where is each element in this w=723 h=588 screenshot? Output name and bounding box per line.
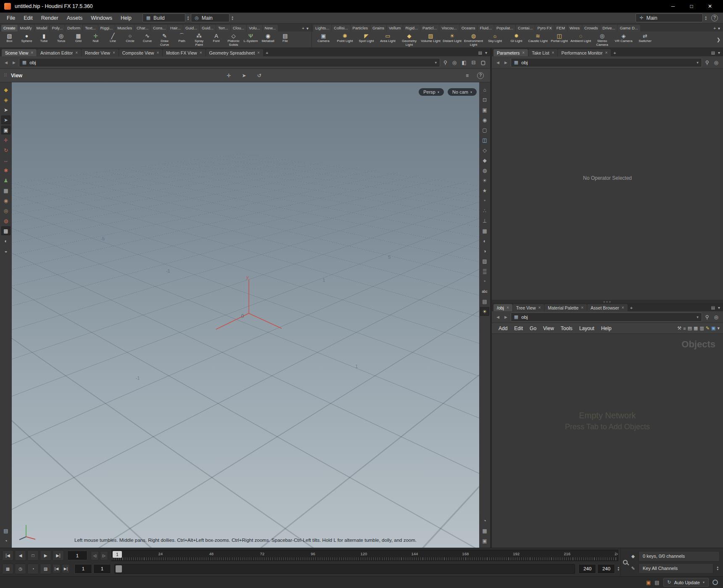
- shelf-tab[interactable]: Vellum: [387, 25, 403, 32]
- shelf-tab[interactable]: Hair...: [168, 25, 183, 32]
- pane-split-icon[interactable]: ▤: [711, 305, 715, 310]
- shelf-tool[interactable]: ╱ Line: [104, 32, 121, 47]
- close-tab-icon[interactable]: ×: [257, 50, 260, 55]
- select-arrow-icon[interactable]: ➤: [1, 105, 11, 114]
- net-grid-icon[interactable]: ▦: [694, 326, 698, 331]
- close-button[interactable]: ✕: [701, 1, 719, 12]
- shelf-tool[interactable]: ▧ Box: [1, 32, 18, 47]
- view-pivot-icon[interactable]: ◉: [480, 116, 489, 124]
- shelf-tool[interactable]: ◫ Portal Light: [549, 32, 570, 47]
- rotate-tool-icon[interactable]: ↻: [1, 146, 11, 155]
- viewport-camera-icon[interactable]: ▣: [480, 536, 489, 545]
- shelf-tab[interactable]: Particles: [351, 25, 370, 32]
- start-frame-field[interactable]: 1: [74, 564, 92, 574]
- shelf-tab[interactable]: Guid...: [200, 25, 216, 32]
- network-path-select[interactable]: ▦ obj ▾: [511, 312, 702, 322]
- viewport-message-icon[interactable]: ◔: [480, 516, 489, 525]
- forward-icon[interactable]: ▶: [503, 314, 509, 320]
- camera-list-icon[interactable]: ▢: [480, 126, 489, 134]
- shelf-tab[interactable]: Deform: [65, 25, 82, 32]
- close-tab-icon[interactable]: ×: [538, 305, 541, 310]
- close-tab-icon[interactable]: ×: [581, 305, 583, 310]
- desktop-spinner[interactable]: ▴▾: [186, 16, 190, 21]
- pane-tab[interactable]: Render View ×: [82, 49, 119, 56]
- pin-icon[interactable]: ⚲: [704, 60, 711, 66]
- play-reverse-button[interactable]: ◀: [15, 550, 26, 561]
- drag-grip-icon[interactable]: ⠿: [4, 73, 7, 78]
- pane-split-icon[interactable]: ▤: [478, 50, 482, 55]
- prev-key-button[interactable]: |◀: [53, 564, 61, 573]
- close-tab-icon[interactable]: ×: [75, 50, 78, 55]
- shelf-tab-menu-icon[interactable]: ▾: [718, 26, 720, 31]
- shelf-tab[interactable]: Contai...: [516, 25, 535, 32]
- pane-tab[interactable]: Performance Monitor ×: [558, 49, 611, 56]
- shelf-tab[interactable]: Guid...: [183, 25, 199, 32]
- close-tab-icon[interactable]: ×: [31, 50, 33, 55]
- pane-tab[interactable]: Motion FX View ×: [163, 49, 205, 56]
- background-image-icon[interactable]: ▒: [480, 267, 489, 276]
- frame-view-icon[interactable]: ⊡: [480, 95, 489, 104]
- character-tool-icon[interactable]: ♟: [1, 176, 11, 185]
- object-names-icon[interactable]: abc: [480, 287, 489, 296]
- playhead-marker[interactable]: 1: [113, 551, 122, 558]
- current-frame-field[interactable]: 1: [67, 551, 87, 560]
- menu-item[interactable]: Render: [37, 14, 63, 22]
- radial-menu-select[interactable]: ◎ Main: [191, 13, 230, 22]
- shelf-tab[interactable]: Riggi...: [98, 25, 115, 32]
- shelf-tab[interactable]: Terr...: [216, 25, 230, 32]
- back-icon[interactable]: ◀: [495, 314, 501, 320]
- shelf-tool[interactable]: ✛ Null: [87, 32, 104, 47]
- pane-split-icon[interactable]: ▤: [711, 50, 715, 55]
- shelf-tab[interactable]: Populat...: [494, 25, 515, 32]
- forward-icon[interactable]: ▶: [11, 60, 17, 66]
- shelf-tab[interactable]: Volu...: [247, 25, 262, 32]
- shelf-tab[interactable]: Muscles: [115, 25, 134, 32]
- menu-item[interactable]: Help: [116, 14, 136, 22]
- view-tool-icon[interactable]: ◆: [1, 85, 11, 94]
- viewport-help-icon[interactable]: ?: [477, 72, 484, 79]
- wireframe-mode-icon[interactable]: ◇: [480, 146, 489, 155]
- timeline-ruler[interactable]: 1 24487296120144168192216240: [111, 550, 618, 561]
- shelf-tool[interactable]: ✎ Draw Curve: [156, 32, 173, 47]
- close-tab-icon[interactable]: ×: [113, 50, 115, 55]
- hq-lighting-icon[interactable]: ★: [480, 186, 489, 195]
- play-button[interactable]: ▶: [40, 550, 51, 561]
- pane-menu-icon[interactable]: ▾: [718, 305, 720, 310]
- audio-panel-icon[interactable]: ◷: [15, 564, 26, 574]
- shelf-add-tab-icon[interactable]: +: [302, 26, 304, 31]
- network-menu-item[interactable]: Add: [495, 325, 511, 332]
- divider-dot-icon[interactable]: •: [480, 277, 489, 286]
- shelf-tab[interactable]: Poly...: [50, 25, 65, 32]
- shelf-tool[interactable]: ✺ Point Light: [334, 32, 356, 47]
- pane-tab[interactable]: Scene View ×: [2, 49, 37, 56]
- shelf-tab[interactable]: Clou...: [231, 25, 246, 32]
- pane-tab[interactable]: /obj ×: [493, 304, 512, 311]
- shelf-tool[interactable]: ⇄ Switcher: [634, 32, 656, 47]
- help-icon[interactable]: ?: [711, 15, 718, 21]
- camera-select[interactable]: No cam ▾: [448, 88, 477, 96]
- volume-display-icon[interactable]: ▨: [480, 257, 489, 265]
- shelf-tab[interactable]: Text...: [83, 25, 98, 32]
- translate-handle-icon[interactable]: ✛: [227, 73, 231, 79]
- menu-item[interactable]: Assets: [63, 14, 87, 22]
- headlight-icon[interactable]: ☀: [480, 307, 489, 316]
- shelf-tool[interactable]: ◇ Platonic Solids: [225, 32, 242, 47]
- handles-tool-icon[interactable]: ◈: [1, 95, 11, 104]
- export-view-icon[interactable]: ◫: [480, 136, 489, 144]
- material-mode-icon[interactable]: ◍: [480, 166, 489, 175]
- select-objects-icon[interactable]: ➤: [1, 116, 11, 124]
- shelf-tool[interactable]: ◌ Ambient Light: [570, 32, 591, 47]
- multi-snap-icon[interactable]: ◐: [1, 236, 11, 245]
- shelf-tab[interactable]: Create: [1, 25, 18, 32]
- menu-item[interactable]: Windows: [87, 14, 116, 22]
- radial-menu-icon[interactable]: ◎: [712, 60, 720, 66]
- move-tool-icon[interactable]: ✛: [1, 136, 11, 144]
- pane-tab[interactable]: Composite View ×: [119, 49, 163, 56]
- shelf-tab[interactable]: Drive...: [600, 25, 617, 32]
- shelf-tool[interactable]: ⁂ Spray Paint: [190, 32, 208, 47]
- divider-dot-icon[interactable]: •: [480, 196, 489, 205]
- sculpt-tool-icon[interactable]: ◉: [1, 196, 11, 205]
- show-grid-icon[interactable]: ▦: [480, 226, 489, 235]
- orient-tool-icon[interactable]: ◎: [1, 206, 11, 215]
- show-normals-icon[interactable]: ⊥: [480, 216, 489, 225]
